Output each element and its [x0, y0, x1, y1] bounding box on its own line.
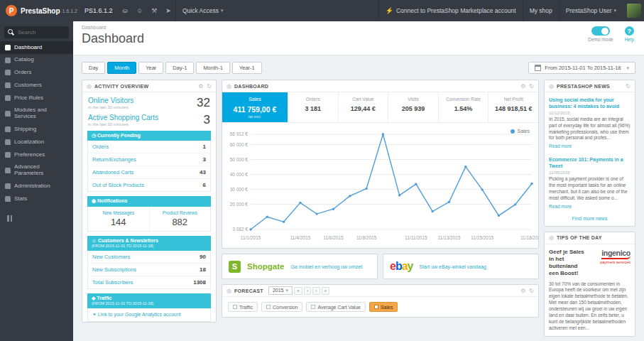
filter-day-1-button[interactable]: Day-1: [165, 62, 194, 74]
refresh-icon[interactable]: ↻: [529, 83, 534, 90]
online-visitors-stat[interactable]: Online Visitors in the last 30 minutes 3…: [82, 92, 216, 109]
stats-icon: [5, 196, 11, 202]
bullseye-icon: ◎: [549, 83, 554, 90]
user-icon[interactable]: ☺: [136, 7, 143, 14]
sidebar-item-stats[interactable]: Stats: [0, 193, 73, 205]
gear-icon[interactable]: ⚙: [198, 83, 203, 90]
read-more-link[interactable]: Read more: [549, 204, 572, 209]
kpi-sales[interactable]: Sales 411 759,00 € tax excl.: [222, 92, 288, 122]
ebay-link[interactable]: Start uw eBay-winkel vandaag: [420, 264, 486, 269]
sidebar-item-modules[interactable]: Modules and Services: [0, 104, 73, 124]
kpi-cart-value[interactable]: Cart Value129,44 €: [339, 92, 389, 122]
refresh-icon[interactable]: ↻: [529, 288, 534, 294]
sidebar-item-dashboard[interactable]: Dashboard: [0, 41, 73, 54]
sidebar-search[interactable]: [4, 26, 69, 38]
legend-conversion-toggle[interactable]: Conversion: [261, 302, 302, 312]
link-icon: ⚭: [92, 312, 98, 317]
shopgate-link[interactable]: Ga mobiel en verhoog uw omzet: [290, 264, 362, 269]
sidebar-item-shipping[interactable]: Shipping: [0, 124, 73, 136]
help-icon[interactable]: ?: [625, 26, 634, 36]
kpi-label: Sales: [224, 97, 285, 102]
kpi-value: 148 918,51 €: [491, 105, 536, 112]
first-page-button[interactable]: «: [294, 287, 302, 295]
row-label: Out of Stock Products: [92, 182, 144, 188]
sidebar-item-customers[interactable]: Customers: [0, 79, 73, 92]
kpi-visits[interactable]: Visits205 939: [388, 92, 439, 122]
traffic-section: ◈ Traffic (FROM 2015-11-01 TO 2015-11-18…: [87, 293, 211, 322]
filter-day-button[interactable]: Day: [82, 62, 105, 74]
rocket-icon[interactable]: ➤: [165, 7, 171, 14]
user-menu[interactable]: PrestaShop User: [559, 0, 623, 21]
refresh-icon[interactable]: ↻: [626, 83, 631, 90]
news-article: Ecommerce 101: Payments in a Tweet 11/05…: [545, 152, 635, 212]
news-article-date: 11/12/2015: [549, 111, 631, 115]
stat-label: New Messages: [89, 210, 148, 215]
gear-icon[interactable]: ⚙: [520, 288, 525, 294]
cart-icon[interactable]: ⛀: [123, 7, 129, 14]
filter-month-1-button[interactable]: Month-1: [196, 62, 230, 74]
new-customers-row[interactable]: New Customers90: [88, 251, 210, 264]
demo-mode-toggle[interactable]: [591, 26, 610, 36]
sidebar-item-administration[interactable]: Administration: [0, 180, 73, 193]
dashboard-panel-title: DASHBOARD: [234, 84, 268, 89]
my-shop-label: My shop: [530, 7, 552, 14]
news-article-title[interactable]: Using social media for your business: 4 …: [549, 97, 631, 109]
search-input[interactable]: [18, 29, 67, 36]
sidebar-item-advanced-parameters[interactable]: Advanced Parameters: [0, 161, 73, 180]
ingenico-brand-name: ingenico: [601, 249, 631, 259]
last-page-button[interactable]: »: [322, 287, 330, 295]
new-messages-stat[interactable]: New Messages144: [88, 207, 149, 231]
shop-name[interactable]: PS1.6.1.2: [84, 7, 113, 14]
legend-label: Traffic: [239, 305, 253, 310]
legend-traffic-toggle[interactable]: Traffic: [228, 302, 258, 312]
user-avatar[interactable]: [627, 4, 641, 18]
shopgate-name: Shopgate: [247, 262, 284, 271]
refresh-icon[interactable]: ↻: [207, 83, 212, 90]
row-label: New Subscriptions: [92, 266, 136, 273]
legend-average-cart-value-toggle[interactable]: Average Cart Value: [306, 302, 365, 312]
my-shop-link[interactable]: My shop: [523, 0, 559, 21]
google-analytics-link[interactable]: ⚭ Link to your Google Analytics account: [87, 308, 211, 322]
marketplace-link[interactable]: ⚡ Connect to PrestaShop Marketplace acco…: [378, 0, 523, 21]
total-subscribers-row[interactable]: Total Subscribers1308: [88, 276, 210, 288]
active-carts-stat[interactable]: Active Shopping Carts in the last 30 min…: [82, 109, 216, 126]
kpi-net-profit[interactable]: Net Profit148 918,51 €: [489, 92, 538, 122]
sidebar-item-localization[interactable]: Localization: [0, 136, 73, 148]
filter-month-button[interactable]: Month: [107, 62, 136, 74]
new-subscriptions-row[interactable]: New Subscriptions18: [88, 264, 210, 276]
find-more-news-link[interactable]: Find more news: [545, 212, 635, 226]
prev-page-button[interactable]: ‹: [304, 287, 311, 295]
out-of-stock-row[interactable]: Out of Stock Products6: [88, 179, 210, 191]
active-carts-sub: in the last 30 minutes: [88, 122, 158, 126]
bullseye-icon: ◎: [87, 83, 92, 90]
sidebar-item-orders[interactable]: Orders: [0, 67, 73, 80]
product-reviews-stat[interactable]: Product Reviews882: [149, 207, 211, 231]
collapse-sidebar-button[interactable]: [7, 215, 73, 222]
sidebar-item-price-rules[interactable]: Price Rules: [0, 92, 73, 104]
sidebar-item-catalog[interactable]: Catalog: [0, 54, 73, 67]
read-more-link[interactable]: Read more: [549, 144, 572, 148]
kpi-orders[interactable]: Orders3 181: [288, 92, 339, 122]
date-range-picker[interactable]: From 2015-11-01 To 2015-11-18: [528, 62, 635, 74]
filter-year-1-button[interactable]: Year-1: [232, 62, 262, 74]
sidebar-item-preferences[interactable]: Preferences: [0, 148, 73, 161]
bolt-icon: ⚡: [386, 7, 393, 14]
brand-name: PrestaShop: [21, 7, 60, 15]
next-page-button[interactable]: ›: [312, 287, 320, 295]
legend-sales-toggle[interactable]: Sales: [369, 302, 398, 312]
pending-orders-row[interactable]: Orders1: [88, 141, 210, 153]
kpi-conversion-rate[interactable]: Conversion Rate1.54%: [439, 92, 489, 122]
gear-icon[interactable]: ⚙: [520, 83, 525, 90]
shopgate-logo-icon: S: [229, 261, 241, 273]
pending-returns-row[interactable]: Return/Exchanges3: [88, 153, 210, 166]
stat-value: 144: [89, 217, 148, 227]
wrench-icon[interactable]: ⚒: [151, 7, 157, 14]
bullseye-icon: ◎: [549, 234, 554, 241]
kpi-row: Sales 411 759,00 € tax excl. Orders3 181…: [222, 92, 538, 123]
abandoned-carts-row[interactable]: Abandoned Carts43: [88, 166, 210, 179]
user-name-label: PrestaShop User: [566, 7, 612, 14]
quick-access-menu[interactable]: Quick Access: [175, 0, 230, 21]
filter-year-button[interactable]: Year: [138, 62, 163, 74]
forecast-year-select[interactable]: 2015: [268, 286, 293, 295]
news-article-title[interactable]: Ecommerce 101: Payments in a Tweet: [549, 156, 631, 169]
